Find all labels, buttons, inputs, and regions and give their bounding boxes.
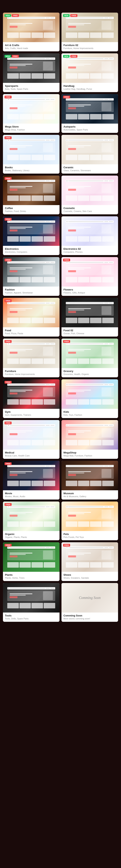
badge-free: FREE [12, 14, 19, 17]
card-comingsoon[interactable]: Comming Soon Comming Soon More stores co… [62, 583, 118, 622]
card-info: MegaShop Mega Mall, Furniture, Fashion [62, 450, 118, 459]
card-megastore[interactable]: FREE [3, 94, 59, 133]
card-thumbnail [3, 583, 59, 613]
card-title: Spareparts [5, 85, 57, 87]
card-kids[interactable]: Kids Kids, Toys, Fashion [62, 379, 118, 418]
card-info: Coffee Fashion, Food, Drinks [3, 205, 59, 214]
card-desc: Glass, Ceramics, Stoneware [64, 169, 116, 172]
card-info: Movie Movies, Music, Audio [3, 490, 59, 500]
badge-container: FREE [63, 544, 70, 547]
card-artcrafts[interactable]: NEWFREE [3, 12, 59, 51]
card-museum[interactable]: Museum Art & Museums, Gallery [62, 461, 118, 500]
badge-container: FREE [4, 259, 11, 261]
card-gym[interactable]: FREE [3, 379, 59, 418]
badge-container: NEWFREE [63, 55, 77, 58]
card-thumbnail: FREE [62, 542, 118, 572]
card-desc: Plants, Herbs, Trees [5, 577, 57, 579]
badge-free: FREE [4, 136, 11, 139]
card-info: Autoparts Automobiles, Spare Parts [62, 124, 118, 133]
card-desc: Tools, Drills, Spare Parts [5, 617, 57, 620]
card-ceramic[interactable]: Ceramic Glass, Ceramics, Stoneware [62, 135, 118, 174]
card-desc: Ocean, Fish, Chinese [64, 332, 116, 335]
card-coffee[interactable]: FREE [3, 176, 59, 214]
card-desc: Flowers, Gifts, Antique [64, 291, 116, 294]
card-title: Movie [5, 492, 57, 495]
card-thumbnail [62, 420, 118, 450]
card-desc: Pets Foods, Pet Toys [64, 536, 116, 538]
card-desc: Movies, Music, Audio [5, 495, 57, 498]
card-pets[interactable]: Pets Pets Foods, Pet Toys [62, 501, 118, 540]
badge-free: FREE [63, 544, 70, 547]
card-thumbnail: NEWFREE [3, 12, 59, 42]
card-thumbnail: FREE [3, 216, 59, 246]
card-food[interactable]: FREE [3, 298, 59, 337]
card-thumbnail: FREE [3, 176, 59, 205]
badge-free: FREE [4, 259, 11, 261]
page-wrapper: NEWFREE [0, 0, 121, 624]
card-grocery[interactable]: FREE [62, 339, 118, 377]
card-cosmetic[interactable]: Cosmetic Cosmetic, Creams, Skin Care [62, 176, 118, 214]
card-food02[interactable]: Food 02 Ocean, Fish, Chinese [62, 298, 118, 337]
card-desc: Leather Bag, Handbag, Purse [64, 88, 116, 90]
badge-container: FREE [4, 340, 11, 343]
card-title: Furniture 02 [64, 44, 116, 46]
card-title: Electronics [5, 247, 57, 250]
card-desc: Books, Stationary, Library [5, 169, 57, 172]
card-info: Kids Kids, Toys, Fashion [62, 409, 118, 418]
card-megashop[interactable]: MegaShop Mega Mall, Furniture, Fashion [62, 420, 118, 459]
card-desc: Computers, Phones [64, 251, 116, 253]
card-title: Fashion [5, 288, 57, 291]
badge-free: FREE [4, 340, 11, 343]
card-thumbnail: FREE [3, 339, 59, 368]
card-info: Furniture Furniture, Home Improvements [3, 368, 59, 377]
card-thumbnail: FREE [3, 501, 59, 531]
card-title: Shoes [64, 574, 116, 576]
card-title: Mega Store [5, 125, 57, 128]
card-info: Plants Plants, Herbs, Trees [3, 572, 59, 581]
card-desc: Furniture, Home Improvements [64, 47, 116, 50]
card-medical[interactable]: FREE [3, 420, 59, 459]
card-furniture[interactable]: FREE [3, 339, 59, 377]
card-movie[interactable]: FREE [3, 461, 59, 500]
card-spareparts[interactable]: NEWFREE [3, 53, 59, 92]
card-desc: Electronics, Computers [5, 251, 57, 253]
card-title: MegaShop [64, 451, 116, 454]
card-desc: Arts, Crafts, Hand made [5, 47, 57, 50]
card-thumbnail [62, 501, 118, 531]
badge-container: FREE [4, 544, 11, 547]
card-fashion[interactable]: FREE [3, 257, 59, 296]
card-electronics02[interactable]: Electronics 02 Computers, Phones [62, 216, 118, 255]
card-info: Flowers Flowers, Gifts, Antique [62, 286, 118, 296]
card-thumbnail: FREE [3, 94, 59, 124]
card-thumbnail: FREE [3, 135, 59, 164]
card-thumbnail: FREE [3, 379, 59, 409]
card-info: Fashion Fashion, Apparel, Streetwear [3, 286, 59, 296]
card-furniture02[interactable]: NEWFREE [62, 12, 118, 51]
card-thumbnail: FREE [62, 257, 118, 286]
card-info: Mega Store Mega Shop, Fashion [3, 124, 59, 133]
card-electronics[interactable]: FREE [3, 216, 59, 255]
cards-grid: NEWFREE [0, 11, 121, 624]
card-info: Cosmetic Cosmetic, Creams, Skin Care [62, 205, 118, 214]
card-thumbnail [62, 176, 118, 205]
card-title: Cosmetic [64, 207, 116, 210]
card-shoes[interactable]: FREE [62, 542, 118, 581]
badge-container: FREE [4, 299, 11, 302]
badge-free: FREE [4, 503, 11, 506]
card-desc: Food, Pizza, Pasta [5, 332, 57, 335]
card-plants[interactable]: FREE [3, 542, 59, 581]
card-info: Ceramic Glass, Ceramics, Stoneware [62, 164, 118, 174]
card-organic[interactable]: FREE [3, 501, 59, 540]
badge-container: FREE [4, 462, 11, 465]
card-autoparts[interactable]: FREE [62, 94, 118, 133]
card-desc: Cosmetic, Creams, Skin Care [64, 210, 116, 212]
card-books[interactable]: FREE [3, 135, 59, 174]
card-handbag[interactable]: NEWFREE [62, 53, 118, 92]
card-title: Pets [64, 533, 116, 535]
badge-container: FREE [63, 96, 70, 98]
card-tools[interactable]: Tools Tools, Drills, Spare Parts [3, 583, 59, 622]
card-title: Books [5, 166, 57, 169]
card-flowers[interactable]: FREE [62, 257, 118, 296]
badge-container: FREE [63, 340, 70, 343]
badge-free: FREE [63, 340, 70, 343]
